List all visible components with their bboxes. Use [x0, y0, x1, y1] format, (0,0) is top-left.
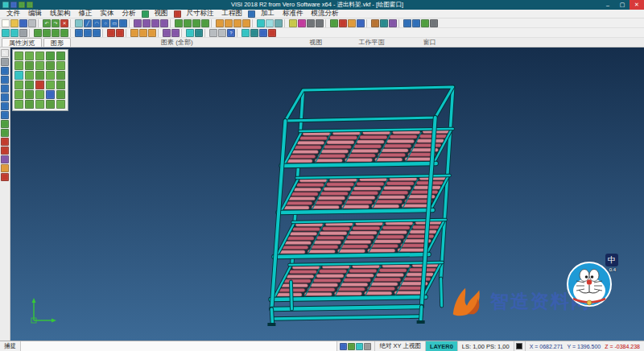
window-cascade-icon[interactable] [218, 29, 226, 37]
zoom-window-icon[interactable] [225, 19, 233, 27]
open-folder-icon[interactable] [10, 19, 19, 27]
point-tool-icon[interactable] [1, 67, 9, 75]
analysis-curvature-icon[interactable] [116, 29, 124, 37]
progressive-die-icon[interactable] [389, 19, 397, 27]
thickness-check-icon[interactable] [348, 19, 356, 27]
viewport-3d[interactable]: 智造资料网 中 0.4 [10, 47, 644, 341]
view-yz-icon[interactable] [35, 52, 44, 60]
text-icon[interactable] [148, 29, 156, 37]
view-xz-icon[interactable] [25, 52, 34, 60]
wp-xz-icon[interactable] [25, 90, 34, 99]
grid-icon[interactable] [19, 29, 27, 37]
grid-toggle-icon[interactable] [348, 343, 355, 350]
arc-icon[interactable]: ◠ [93, 19, 101, 27]
help-icon[interactable]: ? [227, 29, 235, 37]
view-iso1-icon[interactable] [46, 52, 55, 60]
surface-offset-icon[interactable] [75, 29, 83, 37]
view-reference[interactable]: 绝对 XY 上视图 [375, 341, 426, 351]
undo-icon[interactable]: ↶ [43, 19, 51, 27]
snap-button[interactable]: 捕捉 [0, 341, 21, 351]
trim-icon[interactable] [134, 19, 142, 27]
zoom-fit-icon[interactable] [216, 19, 224, 27]
feature-recognition-icon[interactable] [330, 19, 338, 27]
pan-icon[interactable] [233, 19, 242, 27]
wireframe-view-icon[interactable] [266, 19, 274, 27]
view-iso2-icon[interactable] [56, 52, 65, 60]
rotate-view-icon[interactable] [242, 19, 250, 27]
zoom-prev-icon[interactable] [25, 61, 34, 70]
surface-loft-icon[interactable] [84, 29, 92, 37]
mold-tool-icon[interactable] [380, 19, 388, 27]
clip-plane-icon[interactable] [171, 29, 180, 37]
draft-analysis-icon[interactable] [339, 19, 347, 27]
window-tile-icon[interactable] [209, 29, 217, 37]
wire-mode-icon[interactable] [25, 71, 34, 80]
visi-modelling-icon[interactable] [242, 29, 250, 37]
menu-修正[interactable]: 修正 [75, 10, 97, 19]
shadow-icon[interactable] [195, 29, 203, 37]
current-color-swatch[interactable] [514, 341, 526, 351]
shell-icon[interactable] [201, 19, 209, 27]
spline-icon[interactable] [119, 19, 127, 27]
render-icon[interactable] [186, 29, 194, 37]
wp-yz-icon[interactable] [35, 90, 44, 99]
menu-模流分析[interactable]: 模流分析 [308, 10, 343, 19]
view-top-icon[interactable] [34, 29, 42, 37]
menu-标准件[interactable]: 标准件 [279, 10, 308, 19]
menu-分析[interactable]: 分析 [118, 10, 140, 19]
transform-tool-icon[interactable] [1, 155, 9, 163]
ucs-icon[interactable] [10, 29, 19, 37]
menu-编辑[interactable]: 编辑 [24, 10, 46, 19]
electrode-icon[interactable] [371, 19, 379, 27]
save-quick-icon[interactable] [10, 2, 17, 8]
menu-加工[interactable]: 加工 [257, 10, 279, 19]
annotation-icon[interactable] [139, 29, 147, 37]
mold-menu-icon[interactable] [174, 10, 181, 18]
close-button[interactable]: ✕ [630, 0, 644, 10]
circle-tool-icon[interactable] [1, 102, 9, 110]
shade-mode-icon[interactable] [14, 71, 23, 80]
view-restore-icon[interactable] [56, 100, 65, 109]
view-front-icon[interactable] [43, 29, 51, 37]
track-toggle-icon[interactable] [364, 343, 371, 350]
workplane-icon[interactable] [2, 29, 10, 37]
mirror-icon[interactable] [151, 19, 159, 27]
point-icon[interactable] [75, 19, 83, 27]
color-picker-icon[interactable] [298, 19, 306, 27]
toolpath-icon[interactable] [412, 19, 420, 27]
menu-实体[interactable]: 实体 [97, 10, 118, 19]
shaded-view-icon[interactable] [257, 19, 265, 27]
dynamic-zoom-icon[interactable] [56, 61, 65, 70]
section-icon[interactable] [163, 29, 171, 37]
print-icon[interactable] [28, 19, 36, 27]
surface-sweep-icon[interactable] [93, 29, 101, 37]
measure-icon[interactable] [307, 19, 315, 27]
maximize-button[interactable]: ▢ [615, 0, 630, 10]
surface-menu-icon[interactable] [142, 10, 149, 18]
delete-icon[interactable]: ✕ [60, 19, 68, 27]
hidden-line-icon[interactable] [275, 19, 283, 27]
fillet-icon[interactable] [142, 19, 151, 27]
hide-item-icon[interactable] [46, 81, 55, 89]
wp-rotate-icon[interactable] [25, 100, 34, 109]
menu-线架构[interactable]: 线架构 [46, 10, 75, 19]
solid-tool-icon[interactable] [1, 138, 9, 146]
wp-xy-icon[interactable] [14, 90, 23, 99]
wp-normal-icon[interactable] [56, 90, 65, 99]
scale-indicator[interactable]: LS: 1,00 PS: 1,00 [458, 341, 514, 351]
section-view-icon[interactable] [46, 71, 55, 80]
menu-工程图[interactable]: 工程图 [218, 10, 247, 19]
boolean-icon[interactable] [192, 19, 200, 27]
wp-3pt-icon[interactable] [46, 90, 55, 99]
menu-视图[interactable]: 视图 [151, 10, 172, 19]
line-tool-icon[interactable] [1, 76, 9, 84]
simulate-icon[interactable] [421, 19, 429, 27]
visi-flow-icon[interactable] [259, 29, 267, 37]
ghost-mode-icon[interactable] [35, 71, 44, 80]
spline-tool-icon[interactable] [1, 120, 9, 128]
wp-align-icon[interactable] [14, 100, 23, 109]
line-icon[interactable]: ╱ [84, 19, 92, 27]
save-icon[interactable] [19, 19, 27, 27]
layer-manager-icon[interactable] [289, 19, 297, 27]
isolate-icon[interactable] [35, 81, 44, 89]
